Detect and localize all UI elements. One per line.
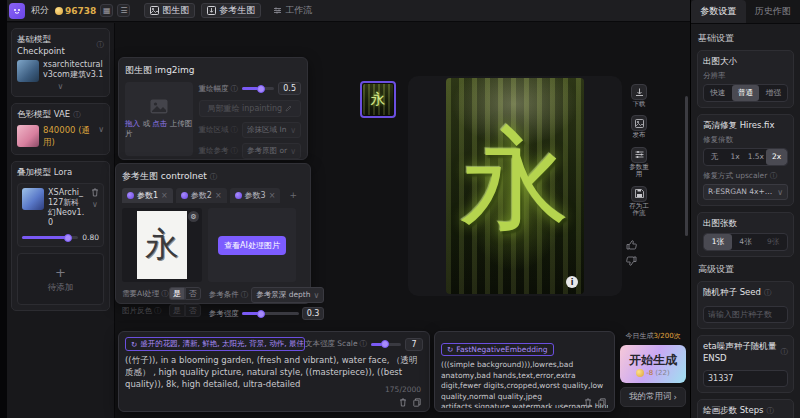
seed-input[interactable] (703, 306, 788, 323)
hires-15x[interactable]: 1.5x (746, 149, 767, 165)
close-icon[interactable]: × (269, 191, 276, 200)
my-presets-button[interactable]: 我的常用词 › (620, 387, 686, 407)
app-root: 积分 96738 ▦ ☰ 图生图 参考生图 工作流 基础模型 Checkpoin… (0, 0, 800, 418)
repaint-ref-select[interactable]: 参考原图 or∨ (242, 143, 301, 159)
hires-title: 高清修复 Hires.fix (703, 120, 788, 132)
add-lora-button[interactable]: + 待添加 (17, 253, 104, 305)
tab-workflow[interactable]: 工作流 (267, 3, 318, 18)
list-view-icon[interactable]: ☰ (117, 4, 130, 17)
controlnet-tab-2[interactable]: 参数2× (176, 188, 227, 203)
repaint-area-select[interactable]: 涂抹区域 In∨ (242, 122, 301, 138)
strength-label: 参考强度 (209, 309, 239, 319)
chevron-down-icon[interactable]: ∨ (98, 125, 104, 134)
trash-icon[interactable] (399, 398, 407, 407)
view-processed-image-button[interactable]: 查看AI处理图片 (218, 236, 286, 255)
tab-param-settings[interactable]: 参数设置 (691, 0, 746, 23)
count-4[interactable]: 4张 (732, 234, 760, 250)
app-logo[interactable] (9, 3, 25, 19)
add-lora-label: 待添加 (48, 282, 74, 294)
chevron-down-icon[interactable]: ∨ (92, 200, 98, 209)
add-controlnet-tab-button[interactable]: + (283, 188, 303, 203)
close-icon[interactable]: × (161, 191, 168, 200)
hires-1x[interactable]: 1x (725, 149, 746, 165)
chevron-down-icon[interactable]: ∨ (17, 82, 104, 91)
copy-icon[interactable] (598, 398, 606, 407)
count-1[interactable]: 1张 (704, 234, 732, 250)
repaint-ref-label: 重绘参考 (199, 146, 229, 156)
ai-process-toggle[interactable]: 是否 (169, 287, 201, 300)
basic-settings-header: 基础设置 (698, 32, 794, 45)
image-tab-icon (150, 6, 159, 15)
inpaint-button[interactable]: 局部重绘 inpainting (199, 100, 301, 117)
thumbs-up-icon[interactable] (626, 240, 637, 250)
positive-prompt-input[interactable]: ((竹子)), in a blooming garden, (fresh and… (125, 355, 423, 399)
controlnet-tab-1[interactable]: 参数1× (122, 188, 173, 203)
resolution-fast[interactable]: 快速 (704, 85, 732, 101)
reuse-params-button[interactable]: 参数重用 (628, 147, 650, 179)
inpaint-button-label: 局部重绘 inpainting (207, 103, 282, 114)
thumbs-down-icon[interactable] (626, 256, 637, 266)
params-panel-tabs: 参数设置 历史作图 (691, 0, 800, 24)
checkpoint-model[interactable]: xsarchitecturalv3com建筑v3.1 (17, 60, 104, 82)
controlnet-source-image[interactable]: 永 ⚙ (122, 208, 202, 282)
coin-icon (55, 7, 63, 15)
grid-view-icon[interactable]: ▦ (100, 4, 113, 17)
invert-no[interactable]: 否 (185, 304, 201, 317)
cond-select[interactable]: 参考景深 depth∨ (251, 287, 324, 303)
trash-icon[interactable] (584, 398, 592, 407)
scale-slider[interactable] (371, 343, 401, 346)
vae-model[interactable]: 840000 (通用) ∨ (17, 125, 104, 149)
resolution-enhanced[interactable]: 增强 (759, 85, 787, 101)
scale-value[interactable]: 7 (405, 338, 423, 351)
result-thumbnail[interactable]: 永 (360, 81, 396, 118)
close-icon[interactable]: × (215, 191, 222, 200)
tab-history[interactable]: 历史作图 (746, 0, 800, 23)
img2img-panel: 图生图 img2img 拖入 或 点击 上传图片 重绘幅度ⓘ 0.5 局部重绘 … (118, 57, 308, 160)
image-upload-dropzone[interactable]: 拖入 或 点击 上传图片 (125, 82, 193, 156)
denoise-slider[interactable] (242, 87, 274, 90)
negative-embedding-pill[interactable]: ↻ FastNegativeEmbedding (441, 343, 554, 356)
info-icon: ⓘ (770, 171, 778, 180)
ai-process-no[interactable]: 否 (185, 287, 201, 300)
lora-weight-slider[interactable] (22, 236, 78, 239)
count-9[interactable]: 9张 (759, 234, 787, 250)
ai-process-yes[interactable]: 是 (169, 287, 185, 300)
lora-title: 叠加模型 Lora (17, 167, 72, 179)
rating-buttons (626, 240, 637, 266)
generated-image[interactable]: 永 i (446, 78, 584, 294)
chevron-down-icon: ∨ (290, 147, 296, 156)
negative-prompt-input[interactable]: (((simple background))),lowres,bad anato… (441, 360, 608, 408)
trash-icon[interactable] (91, 188, 99, 197)
download-button[interactable]: 下载 (628, 84, 650, 108)
chevron-down-icon: ∨ (314, 291, 320, 300)
invert-yes[interactable]: 是 (169, 304, 185, 317)
strength-value[interactable]: 0.3 (302, 307, 325, 320)
controlnet-processed-area: 查看AI处理图片 (208, 208, 296, 282)
strength-slider[interactable] (242, 312, 299, 315)
canvas-scrollbar[interactable] (685, 96, 688, 236)
upscaler-value: R-ESRGAN 4x+ (适合多种风 (708, 187, 774, 197)
copy-icon[interactable] (413, 398, 421, 407)
img2img-title: 图生图 img2img (125, 64, 301, 77)
tab-img2img[interactable]: 图生图 (144, 3, 195, 18)
main-tabs: 图生图 参考生图 工作流 (144, 3, 318, 18)
lora-model[interactable]: XSArchi_127新科幻Neov1.0 ∨ 0.80 (17, 183, 104, 247)
image-info-icon[interactable]: i (566, 276, 578, 288)
generate-button[interactable]: 开始生成 -8(22) (620, 345, 686, 383)
hires-none[interactable]: 无 (704, 149, 725, 165)
publish-button[interactable]: 发布 (628, 115, 650, 139)
params-panel: 参数设置 历史作图 基础设置 出图大小 分辨率 快速 普通 增强 高清修复 Hi… (690, 0, 800, 418)
save-workflow-button[interactable]: 存为工作流 (628, 186, 650, 218)
tab-reference[interactable]: 参考生图 (201, 3, 261, 18)
thumbnail-char: 永 (371, 90, 386, 109)
gear-icon[interactable]: ⚙ (188, 211, 199, 222)
upscaler-select[interactable]: R-ESRGAN 4x+ (适合多种风∨ (703, 184, 788, 200)
invert-toggle[interactable]: 是否 (169, 304, 201, 317)
checkpoint-title: 基础模型 Checkpoint (17, 34, 94, 56)
prompt-keywords-pill[interactable]: ↻ 盛开的花园, 清新, 鲜艳, 太阳光, 背景, 动作, 最佳质量 (125, 337, 305, 351)
hires-2x[interactable]: 2x (766, 149, 787, 165)
controlnet-tab-3[interactable]: 参数3× (230, 188, 281, 203)
ensd-input[interactable] (703, 370, 788, 387)
denoise-value[interactable]: 0.5 (278, 82, 301, 95)
resolution-normal[interactable]: 普通 (732, 85, 760, 101)
